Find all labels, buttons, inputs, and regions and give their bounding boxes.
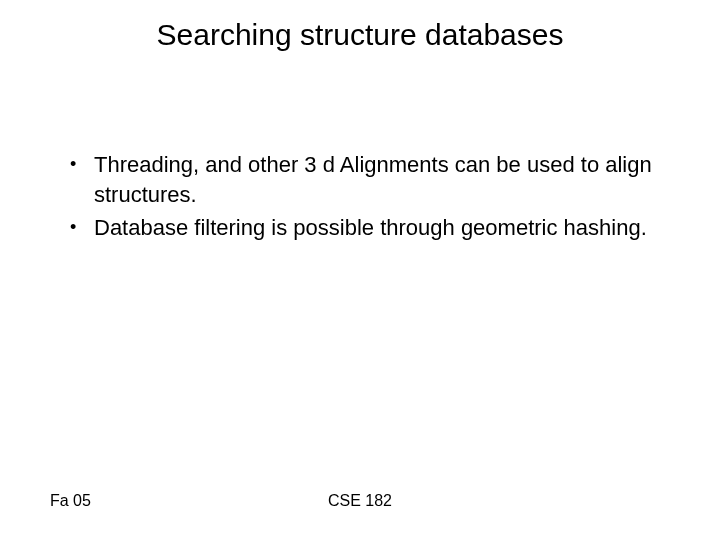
- list-item: • Threading, and other 3 d Alignments ca…: [70, 150, 680, 209]
- footer-left: Fa 05: [50, 492, 91, 510]
- footer-center: CSE 182: [0, 492, 720, 510]
- slide: Searching structure databases • Threadin…: [0, 0, 720, 540]
- bullet-icon: •: [70, 213, 94, 242]
- bullet-icon: •: [70, 150, 94, 179]
- slide-body: • Threading, and other 3 d Alignments ca…: [70, 150, 680, 247]
- slide-title: Searching structure databases: [0, 18, 720, 52]
- list-item: • Database filtering is possible through…: [70, 213, 680, 243]
- bullet-text: Threading, and other 3 d Alignments can …: [94, 150, 680, 209]
- bullet-text: Database filtering is possible through g…: [94, 213, 680, 243]
